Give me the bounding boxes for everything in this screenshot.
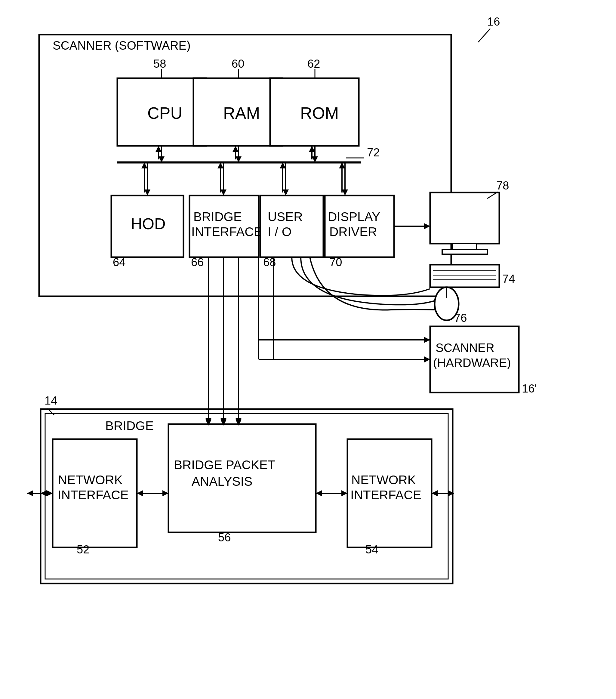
bridge-interface-line2: INTERFACE <box>191 225 262 239</box>
network-interface-right-line1: NETWORK <box>351 473 416 487</box>
svg-marker-54 <box>137 490 143 496</box>
ref-52: 52 <box>77 543 89 556</box>
svg-marker-8 <box>156 146 161 152</box>
bridge-packet-line2: ANALYSIS <box>192 474 252 488</box>
network-interface-left-line1: NETWORK <box>58 473 123 487</box>
scanner-software-label: SCANNER (SOFTWARE) <box>53 39 191 52</box>
bridge-interface-line1: BRIDGE <box>193 210 242 224</box>
ref-58: 58 <box>153 57 166 70</box>
hod-label: HOD <box>131 215 166 233</box>
cpu-label: CPU <box>147 104 182 122</box>
ref-54: 54 <box>365 543 378 556</box>
ref-76: 76 <box>454 312 467 324</box>
ref-74: 74 <box>502 273 515 285</box>
keyboard-box <box>430 265 499 287</box>
ref-56: 56 <box>218 531 231 544</box>
ram-label: RAM <box>223 104 260 122</box>
svg-marker-55 <box>162 490 168 496</box>
network-interface-right-line2: INTERFACE <box>350 488 421 502</box>
rom-label: ROM <box>300 104 339 122</box>
ref-60: 60 <box>232 57 244 70</box>
ref-64: 64 <box>113 256 126 268</box>
svg-rect-36 <box>442 250 487 254</box>
ref-16-label: 16 <box>487 15 500 28</box>
user-io-line1: USER <box>268 210 303 224</box>
svg-marker-12 <box>233 146 238 152</box>
svg-marker-63 <box>27 490 33 496</box>
ref-72: 72 <box>367 146 380 159</box>
network-interface-left-line2: INTERFACE <box>58 488 129 502</box>
svg-marker-76 <box>424 337 430 343</box>
svg-marker-30 <box>342 189 348 196</box>
bridge-packet-line1: BRIDGE PACKET <box>174 458 276 472</box>
svg-rect-35 <box>453 243 477 250</box>
scanner-hardware-line1: SCANNER <box>435 341 495 354</box>
svg-marker-18 <box>144 189 150 196</box>
svg-marker-16 <box>309 146 315 152</box>
svg-marker-67 <box>432 490 438 496</box>
ref-70: 70 <box>329 256 342 268</box>
svg-marker-58 <box>341 490 348 496</box>
ref-78: 78 <box>496 179 509 192</box>
bridge-label: BRIDGE <box>105 419 154 433</box>
svg-marker-74 <box>424 356 430 362</box>
user-io-line2: I / O <box>268 225 291 239</box>
diagram-container: 16 SCANNER (SOFTWARE) 58 CPU 60 RAM 62 R… <box>0 0 616 699</box>
display-driver-line1: DISPLAY <box>328 210 380 224</box>
svg-marker-57 <box>316 490 322 496</box>
ref-62: 62 <box>307 57 320 70</box>
svg-marker-26 <box>283 189 289 196</box>
svg-marker-22 <box>221 189 226 196</box>
svg-marker-64 <box>47 490 53 496</box>
scanner-hardware-line2: (HARDWARE) <box>433 356 511 369</box>
display-driver-line2: DRIVER <box>329 225 377 239</box>
svg-line-0 <box>478 29 490 42</box>
svg-marker-34 <box>424 223 430 229</box>
ref-66: 66 <box>191 256 204 268</box>
ref-16p: 16' <box>522 382 537 395</box>
ref-14: 14 <box>44 394 57 407</box>
monitor-box <box>430 193 499 243</box>
